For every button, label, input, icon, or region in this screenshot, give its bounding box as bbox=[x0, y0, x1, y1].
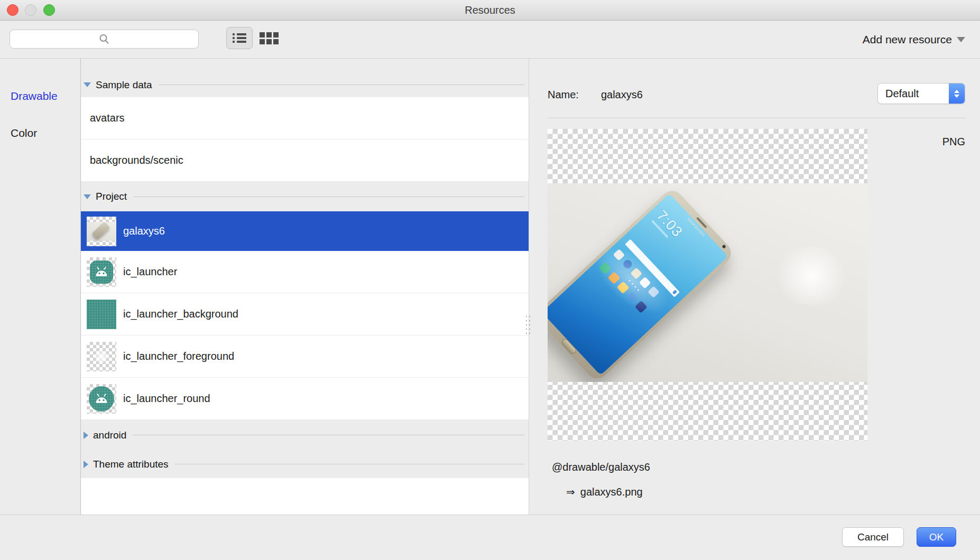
preview-image: SAMSUNG 7:03 bbox=[548, 129, 867, 441]
grid-view-icon bbox=[260, 32, 279, 44]
ic-launcher-round-thumbnail bbox=[87, 384, 116, 414]
search-field-wrap bbox=[10, 30, 199, 49]
list-item-galaxys6[interactable]: galaxys6 bbox=[81, 211, 529, 251]
section-header-theme-attributes[interactable]: Theme attributes bbox=[81, 450, 529, 478]
list-empty-space bbox=[81, 478, 529, 515]
list-item-label: ic_launcher_foreground bbox=[123, 350, 234, 362]
list-item-label: avatars bbox=[90, 112, 125, 124]
section-rule bbox=[175, 464, 524, 464]
arrow-icon: ⇒ bbox=[566, 486, 575, 498]
ok-button[interactable]: OK bbox=[917, 527, 956, 547]
view-mode-toggle bbox=[226, 27, 282, 49]
list-view-icon bbox=[233, 33, 246, 43]
qualifier-value: Default bbox=[878, 88, 949, 100]
ic-launcher-thumbnail bbox=[87, 257, 116, 287]
search-input[interactable] bbox=[10, 30, 199, 49]
list-item-label: ic_launcher bbox=[123, 266, 177, 278]
section-label: android bbox=[93, 430, 126, 441]
resource-list: Sample data avatars backgrounds/scenic P… bbox=[81, 59, 529, 515]
window-title: Resources bbox=[0, 0, 980, 20]
list-item-ic-launcher[interactable]: ic_launcher bbox=[81, 251, 529, 293]
section-label: Theme attributes bbox=[93, 459, 169, 470]
list-item-ic-launcher-round[interactable]: ic_launcher_round bbox=[81, 378, 529, 420]
section-header-sample-data[interactable]: Sample data bbox=[81, 59, 529, 97]
section-rule bbox=[159, 85, 524, 85]
toolbar: Add new resource bbox=[0, 21, 980, 59]
section-header-android[interactable]: android bbox=[81, 420, 529, 450]
chevron-down-icon bbox=[957, 37, 965, 42]
list-item-backgrounds-scenic[interactable]: backgrounds/scenic bbox=[81, 139, 529, 182]
expanded-triangle-icon bbox=[84, 82, 91, 87]
list-item-label: ic_launcher_background bbox=[123, 308, 238, 320]
list-item-label: ic_launcher_round bbox=[123, 393, 210, 405]
photo-glare bbox=[772, 247, 851, 305]
android-robot-icon bbox=[94, 266, 109, 277]
select-stepper-icon bbox=[949, 83, 965, 104]
collapsed-triangle-icon bbox=[84, 461, 88, 468]
main-content: Drawable Color Sample data avatars backg… bbox=[0, 59, 980, 515]
resources-dialog: Resources bbox=[0, 0, 980, 560]
collapsed-triangle-icon bbox=[84, 432, 88, 439]
section-label: Sample data bbox=[96, 79, 152, 91]
detail-divider bbox=[548, 118, 965, 118]
galaxy-phone-graphic: SAMSUNG 7:03 bbox=[548, 186, 736, 382]
add-new-resource-label: Add new resource bbox=[863, 33, 952, 46]
resolved-file-name: galaxys6.png bbox=[580, 486, 643, 498]
sidebar-item-color[interactable]: Color bbox=[0, 125, 80, 141]
title-bar: Resources bbox=[0, 0, 980, 21]
panel-splitter-handle[interactable] bbox=[524, 311, 532, 339]
ic-launcher-foreground-thumbnail bbox=[87, 342, 116, 371]
preview-photo: SAMSUNG 7:03 bbox=[548, 183, 867, 382]
section-rule bbox=[133, 197, 524, 197]
sidebar-item-drawable[interactable]: Drawable bbox=[0, 88, 80, 104]
galaxys6-thumbnail bbox=[87, 217, 116, 246]
resource-type-sidebar: Drawable Color bbox=[0, 59, 81, 515]
resolved-file: ⇒galaxys6.png bbox=[566, 486, 643, 498]
section-label: Project bbox=[96, 191, 127, 202]
list-view-button[interactable] bbox=[226, 27, 253, 49]
section-rule bbox=[133, 435, 524, 435]
ic-launcher-background-thumbnail bbox=[87, 300, 116, 329]
section-header-project[interactable]: Project bbox=[81, 182, 529, 211]
android-robot-icon bbox=[94, 393, 109, 404]
list-item-ic-launcher-background[interactable]: ic_launcher_background bbox=[81, 293, 529, 335]
list-item-ic-launcher-foreground[interactable]: ic_launcher_foreground bbox=[81, 335, 529, 378]
list-item-label: backgrounds/scenic bbox=[90, 154, 183, 166]
grid-view-button[interactable] bbox=[256, 27, 282, 49]
add-new-resource-button[interactable]: Add new resource bbox=[863, 21, 965, 59]
detail-panel: Name: galaxys6 Default PNG bbox=[529, 59, 980, 515]
resource-reference: @drawable/galaxys6 bbox=[552, 461, 650, 473]
list-item-avatars[interactable]: avatars bbox=[81, 97, 529, 139]
name-label: Name: bbox=[548, 89, 579, 101]
dialog-footer: Cancel OK bbox=[0, 515, 980, 560]
format-label: PNG bbox=[942, 136, 965, 148]
name-value: galaxys6 bbox=[601, 89, 643, 101]
list-item-label: galaxys6 bbox=[123, 225, 165, 237]
cancel-button[interactable]: Cancel bbox=[842, 527, 904, 547]
qualifier-select[interactable]: Default bbox=[877, 83, 965, 104]
expanded-triangle-icon bbox=[84, 194, 91, 199]
